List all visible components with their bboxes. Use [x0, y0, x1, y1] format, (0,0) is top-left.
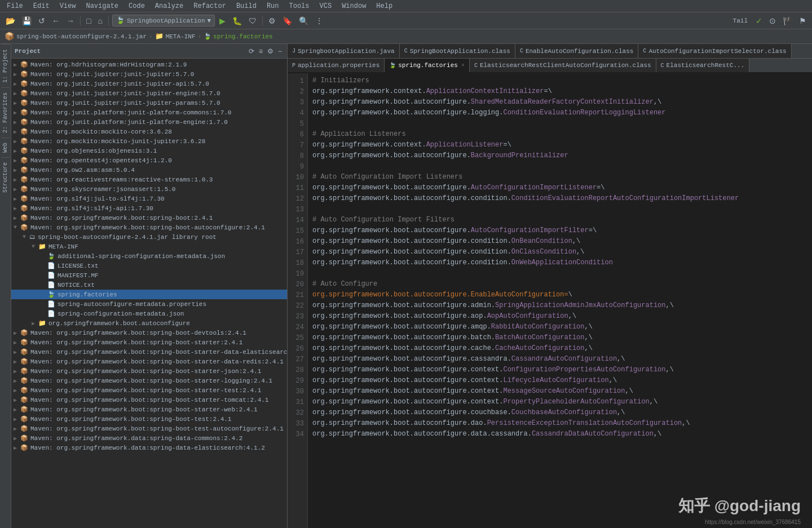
- tab-autoconfigurationimportselector-class[interactable]: CAutoConfigurationImportSelector.class: [638, 44, 791, 58]
- tree-item[interactable]: 📄MANIFEST.MF: [11, 270, 287, 280]
- tree-item[interactable]: 🍃additional-spring-configuration-metadat…: [11, 251, 287, 261]
- tree-item[interactable]: ▶📦Maven: org.ow2.asm:asm:5.0.4: [11, 165, 287, 175]
- search-btn[interactable]: ⌂: [95, 15, 104, 26]
- tree-item[interactable]: ▶📦Maven: org.junit.jupiter:junit-jupiter…: [11, 69, 287, 79]
- tree-item[interactable]: ▶📦Maven: org.springframework.data:spring…: [11, 433, 287, 443]
- strip-project[interactable]: 1: Project: [1, 44, 10, 87]
- tree-item[interactable]: ▶📦Maven: org.springframework.boot:spring…: [11, 328, 287, 338]
- menu-view[interactable]: View: [55, 1, 81, 11]
- menu-code[interactable]: Code: [124, 1, 149, 11]
- circle-btn[interactable]: ⊙: [767, 15, 778, 26]
- code-content[interactable]: # Initializersorg.springframework.contex…: [308, 73, 812, 528]
- tab-springbootapplication-java[interactable]: JSpringbootApplication.java: [288, 44, 400, 58]
- tree-item[interactable]: ▶📦Maven: org.springframework.boot:spring…: [11, 213, 287, 223]
- tab-springbootapplication-class[interactable]: CSpringBootApplication.class: [400, 44, 515, 58]
- menu-run[interactable]: Run: [262, 1, 284, 11]
- back-btn[interactable]: ←: [50, 15, 62, 26]
- tree-item[interactable]: ▶📦Maven: org.junit.jupiter:junit-jupiter…: [11, 88, 287, 98]
- strip-structure[interactable]: Structure: [1, 157, 10, 197]
- tab-close[interactable]: ×: [461, 63, 465, 69]
- code-line: org.springframework.boot.autoconfigure.c…: [312, 258, 807, 268]
- menu-tools[interactable]: Tools: [285, 1, 314, 11]
- debug-btn[interactable]: 🐛: [230, 15, 244, 26]
- menu-build[interactable]: Build: [232, 1, 261, 11]
- checkmark-btn[interactable]: ✓: [753, 15, 765, 26]
- flag-btn[interactable]: 🏴: [780, 15, 795, 26]
- open-file-btn[interactable]: 📂: [3, 15, 17, 26]
- bookmark-btn[interactable]: 🔖: [280, 15, 294, 26]
- tree-item[interactable]: ▶📦Maven: org.junit.jupiter:junit-jupiter…: [11, 98, 287, 108]
- tree-item[interactable]: ▶📦Maven: org.mockito:mockito-junit-jupit…: [11, 136, 287, 146]
- settings-btn[interactable]: ⚙: [266, 15, 278, 26]
- menu-edit[interactable]: Edit: [29, 1, 54, 11]
- tree-item[interactable]: ▶📦Maven: org.springframework.boot:spring…: [11, 347, 287, 357]
- new-file-btn[interactable]: □: [84, 15, 93, 26]
- menu-help[interactable]: Help: [372, 1, 397, 11]
- tree-item[interactable]: ▶📦Maven: org.springframework.boot:spring…: [11, 424, 287, 433]
- refresh-btn[interactable]: ↺: [36, 15, 47, 26]
- tree-item[interactable]: ▶📦Maven: org.junit.platform:junit-platfo…: [11, 108, 287, 117]
- menu-analyze[interactable]: Analyze: [151, 1, 188, 11]
- tree-item[interactable]: ▶📦Maven: org.junit.jupiter:junit-jupiter…: [11, 79, 287, 88]
- tree-item[interactable]: ▶📦Maven: org.objenesis:objenesis:3.1: [11, 146, 287, 156]
- tree-item[interactable]: ▼📁META-INF: [11, 242, 287, 251]
- tree-item[interactable]: ▼🗂spring-boot-autoconfigure-2.4.1.jar li…: [11, 232, 287, 242]
- menu-window[interactable]: Window: [337, 1, 370, 11]
- breadcrumb-jar[interactable]: spring-boot-autoconfigure-2.4.1.jar: [16, 33, 147, 40]
- collapse-btn[interactable]: ≡: [257, 47, 264, 56]
- tree-item[interactable]: ▶📦Maven: org.slf4j:jul-to-slf4j:1.7.30: [11, 194, 287, 203]
- tree-item[interactable]: ▶📦Maven: org.springframework.boot:spring…: [11, 405, 287, 414]
- tree-item[interactable]: ▶📦Maven: org.slf4j:slf4j-api:1.7.30: [11, 203, 287, 213]
- gear-btn[interactable]: ⚙: [266, 47, 275, 56]
- minimize-btn[interactable]: −: [276, 47, 284, 56]
- tree-arrow: ▶: [14, 81, 20, 87]
- more-btn[interactable]: ⋮: [313, 15, 325, 26]
- tree-item[interactable]: ▶📦Maven: org.springframework.boot:spring…: [11, 338, 287, 347]
- save-btn[interactable]: 💾: [20, 15, 34, 26]
- tree-item[interactable]: 📄LICENSE.txt: [11, 261, 287, 270]
- tree-item[interactable]: ▶📦Maven: org.junit.platform:junit-platfo…: [11, 117, 287, 127]
- tree-item[interactable]: ▶📦Maven: org.mockito:mockito-core:3.6.28: [11, 127, 287, 136]
- tab-elasticsearchrestclientautoconfiguration-class[interactable]: CElasticsearchRestClientAutoConfiguratio…: [470, 59, 656, 72]
- run-btn[interactable]: ▶: [217, 15, 228, 26]
- tab-elasticsearchrestc---[interactable]: CElasticsearchRestC...: [656, 59, 750, 72]
- tree-item[interactable]: ▶📦Maven: org.springframework.boot:spring…: [11, 357, 287, 366]
- menu-vcs[interactable]: VCS: [315, 1, 337, 11]
- flag2-btn[interactable]: ⚑: [797, 15, 809, 26]
- tree-item[interactable]: ▶📦Maven: org.skyscreamer:jsonassert:1.5.…: [11, 184, 287, 194]
- menu-navigate[interactable]: Navigate: [81, 1, 123, 11]
- tree-item[interactable]: ▶📦Maven: org.hdrhistogram:HdrHistogram:2…: [11, 60, 287, 69]
- breadcrumb-file[interactable]: 🍃 spring.factories: [204, 33, 273, 40]
- tree-item[interactable]: ▶📦Maven: org.springframework.boot:spring…: [11, 366, 287, 376]
- tree-item[interactable]: ▶📁org.springframework.boot.autoconfigure: [11, 318, 287, 328]
- tree-item[interactable]: ▶📦Maven: org.springframework.data:spring…: [11, 443, 287, 452]
- tree-item[interactable]: ▼📦Maven: org.springframework.boot:spring…: [11, 223, 287, 232]
- menu-refactor[interactable]: Refactor: [189, 1, 231, 11]
- magnify-btn[interactable]: 🔍: [297, 15, 311, 26]
- line-number: 9: [288, 161, 307, 172]
- tree-arrow: ▶: [14, 90, 20, 97]
- menu-file[interactable]: File: [2, 1, 28, 11]
- breadcrumb-meta[interactable]: META-INF: [166, 33, 196, 40]
- line-number: 22: [288, 300, 307, 311]
- tree-item[interactable]: 📄NOTICE.txt: [11, 280, 287, 290]
- strip-favorites[interactable]: 2: Favorites: [1, 87, 10, 137]
- coverage-btn[interactable]: 🛡: [246, 15, 259, 26]
- tree-item[interactable]: ▶📦Maven: org.springframework.boot:spring…: [11, 414, 287, 424]
- sidebar-tree[interactable]: ▶📦Maven: org.hdrhistogram:HdrHistogram:2…: [11, 59, 287, 528]
- tree-item[interactable]: ▶📦Maven: org.springframework.boot:spring…: [11, 376, 287, 385]
- tab-application-properties[interactable]: Papplication.properties: [288, 59, 385, 72]
- tree-item[interactable]: ▶📦Maven: org.springframework.boot:spring…: [11, 395, 287, 405]
- run-config-dropdown[interactable]: 🍃 SpringbootApplication ▼: [112, 15, 215, 26]
- tree-item[interactable]: 📄spring-configuration-metadata.json: [11, 309, 287, 318]
- tab-enableautoconfiguration-class[interactable]: CEnableAutoConfiguration.class: [515, 44, 638, 58]
- strip-web[interactable]: Web: [1, 137, 10, 157]
- forward-btn[interactable]: →: [64, 15, 77, 26]
- sync-btn[interactable]: ⟳: [247, 47, 256, 56]
- tab-spring-factories[interactable]: 🍃spring.factories×: [385, 59, 470, 72]
- tree-item[interactable]: ▶📦Maven: org.opentest4j:opentest4j:1.2.0: [11, 156, 287, 165]
- tree-item[interactable]: 🍃spring.factories: [11, 290, 287, 299]
- tree-item[interactable]: 📄spring-autoconfigure-metadata.propertie…: [11, 299, 287, 309]
- tree-item[interactable]: ▶📦Maven: org.springframework.boot:spring…: [11, 385, 287, 395]
- tree-item[interactable]: ▶📦Maven: org.reactivestreams:reactive-st…: [11, 175, 287, 184]
